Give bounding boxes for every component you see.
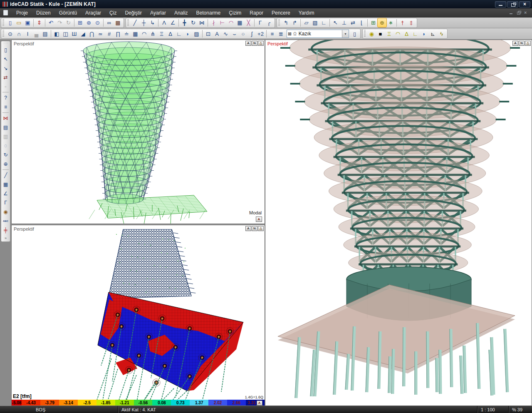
solid-region-button[interactable]: ◗ xyxy=(183,30,192,38)
move-button[interactable]: ╋ xyxy=(180,18,189,27)
toolbar-grip[interactable] xyxy=(278,19,280,27)
viewport-canvas-solid[interactable] xyxy=(265,40,532,406)
measure-length-button[interactable]: ╱ xyxy=(131,18,139,27)
pendulum-display-button[interactable]: Δ xyxy=(402,30,411,38)
hatch-fill-button[interactable]: ▨ xyxy=(192,30,201,38)
zoom-extents-button[interactable]: ⊙ xyxy=(93,18,102,27)
arc-modify-button[interactable]: ◠ xyxy=(227,18,235,27)
viewport-canvas-modal[interactable] xyxy=(12,40,265,224)
ucs-rotate-left-button[interactable]: ↰ xyxy=(282,18,290,27)
toolbar-grip[interactable] xyxy=(2,19,4,27)
render-view-button[interactable]: ▩ xyxy=(114,18,122,27)
toggle-a-button[interactable]: A xyxy=(245,41,251,46)
zoom-extent-button[interactable]: △ xyxy=(258,41,264,46)
storey-list-button[interactable]: ≡ xyxy=(268,30,277,38)
solid-display-button[interactable]: ■ xyxy=(376,30,385,38)
toggle-a-button[interactable]: A xyxy=(512,41,518,46)
object-transform-button[interactable]: ⇄ xyxy=(2,73,10,82)
dome-button[interactable]: ◠ xyxy=(140,30,148,38)
menu-ayarlar[interactable]: Ayarlar xyxy=(146,8,170,17)
toolbar-grip[interactable] xyxy=(127,19,129,27)
stair-display-button[interactable]: Ξ xyxy=(385,30,393,38)
menu-d-zen[interactable]: Düzen xyxy=(32,8,55,17)
pile-display-button[interactable]: ◉ xyxy=(367,30,376,38)
restore-button[interactable] xyxy=(507,1,518,7)
modal-legend-button[interactable]: A xyxy=(256,216,262,222)
save-file-button[interactable]: ▣ xyxy=(23,18,32,27)
snap-intersection-button[interactable]: ∗ xyxy=(386,18,395,27)
axis-dimension-button[interactable]: ╪ xyxy=(2,226,10,235)
combo-dropdown-button[interactable]: ▾ xyxy=(342,30,349,37)
menu-g-r-nt-[interactable]: Görüntü xyxy=(55,8,81,17)
zoom-window-button[interactable]: ⊞ xyxy=(76,18,84,27)
axis-grid-button[interactable]: # xyxy=(105,30,114,38)
mirror-button[interactable]: ⋈ xyxy=(198,18,206,27)
copy-objects-button[interactable]: ▤ xyxy=(2,123,10,132)
pendulum-button[interactable]: Δ xyxy=(166,30,175,38)
material-colors-button[interactable]: ◉ xyxy=(2,207,10,216)
text-button[interactable]: A xyxy=(213,30,221,38)
snap-grid-button[interactable]: ⊞ xyxy=(369,18,378,27)
work-plane-button[interactable]: ▱ xyxy=(302,18,311,27)
select-cursor-button[interactable]: ↖ xyxy=(331,18,340,27)
level-mark-button[interactable]: ≐ xyxy=(122,30,131,38)
toggle-a-button[interactable]: A xyxy=(245,226,251,231)
menu-rapor[interactable]: Rapor xyxy=(245,8,267,17)
leader-note-button[interactable]: ↳ xyxy=(148,18,157,27)
angle-measure-button[interactable]: ∠ xyxy=(168,18,177,27)
excavation-button[interactable]: ⋔ xyxy=(148,30,157,38)
shear-wall-button[interactable]: ◢ xyxy=(79,30,87,38)
new-file-button[interactable]: ▯ xyxy=(6,18,15,27)
select-copy-button[interactable]: ↖ xyxy=(2,55,10,64)
zoom-extent-button[interactable]: △ xyxy=(258,226,264,231)
colorbar-settings-button[interactable]: A xyxy=(257,401,262,406)
menu-pencere[interactable]: Pencere xyxy=(267,8,294,17)
minimize-button[interactable] xyxy=(495,1,506,7)
ghost-copy-button[interactable]: ◌ xyxy=(2,141,10,150)
menu-de-i-tir[interactable]: Değiştir xyxy=(121,8,146,17)
storey-edit-button[interactable]: ≣ xyxy=(277,30,285,38)
slab-button[interactable]: ◧ xyxy=(52,30,61,38)
array-copy-button[interactable]: ⊕ xyxy=(2,159,10,169)
toggle-n-button[interactable]: N xyxy=(252,226,257,231)
zoom-dynamic-button[interactable]: ⊚ xyxy=(84,18,93,27)
extend-button[interactable]: ⊢ xyxy=(218,18,227,27)
corner-element-button[interactable]: ∟ xyxy=(175,30,183,38)
close-button[interactable]: × xyxy=(519,1,530,7)
support-chair-button[interactable]: ∏ xyxy=(114,30,122,38)
polyline-button[interactable]: ∿ xyxy=(221,30,230,38)
local-axes-button[interactable]: ⊾ xyxy=(428,30,437,38)
joint-node-button[interactable]: ⊙ xyxy=(6,30,15,38)
column-button[interactable]: I xyxy=(23,30,32,38)
rotate-copy-button[interactable]: ↻ xyxy=(2,150,10,159)
section-box-button[interactable]: ▦ xyxy=(2,180,10,189)
storey-elevation-button[interactable]: ⇕ xyxy=(35,18,44,27)
menu-ara-lar[interactable]: Araçlar xyxy=(81,8,105,17)
menu-betonarme[interactable]: Betonarme xyxy=(192,8,225,17)
panel-wall-button[interactable]: ◫ xyxy=(61,30,70,38)
insert-image-button[interactable]: ⊡ xyxy=(204,30,213,38)
paper-select-button[interactable]: ▯ xyxy=(350,30,359,38)
toolbar-grip[interactable] xyxy=(364,30,366,37)
hood-button[interactable]: ⋂ xyxy=(87,30,96,38)
analysis-run-button[interactable]: ϟ xyxy=(437,30,446,38)
mdi-close-button[interactable]: × xyxy=(524,11,529,15)
stair-button[interactable]: Ξ xyxy=(157,30,166,38)
plane-edit-button[interactable]: ▧ xyxy=(311,18,319,27)
mdi-minimize-button[interactable] xyxy=(509,11,514,15)
snap-origin-button[interactable]: ⌊ xyxy=(357,18,366,27)
wall-button[interactable]: ▤ xyxy=(41,30,49,38)
toolbar-grip[interactable]: ···· xyxy=(3,42,8,45)
menu-yard-m[interactable]: Yardım xyxy=(294,8,319,17)
paste-sheet-button[interactable]: ▯ xyxy=(2,45,10,55)
section-cut-button[interactable]: ⋈ xyxy=(2,114,10,123)
offset-plus2-button[interactable]: +2 xyxy=(256,30,265,38)
chamfer-button[interactable]: Γ xyxy=(256,18,265,27)
tracking-point-button[interactable]: † xyxy=(398,18,407,27)
auto-label-button[interactable]: ABC xyxy=(2,216,10,226)
menu-analiz[interactable]: Analiz xyxy=(170,8,192,17)
pipe-tool-button[interactable]: Γ xyxy=(2,198,10,207)
menu--iz[interactable]: Çiz xyxy=(105,8,121,17)
circle-button[interactable]: ○ xyxy=(239,30,247,38)
divider-compass-button[interactable]: Λ xyxy=(160,18,168,27)
